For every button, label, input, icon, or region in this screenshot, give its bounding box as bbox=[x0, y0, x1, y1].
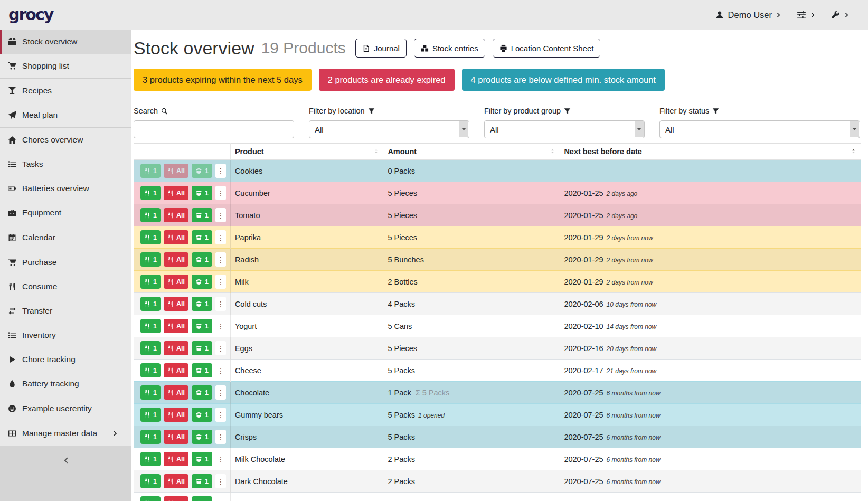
consume-all-button[interactable]: All bbox=[164, 430, 188, 444]
consume-one-button[interactable]: 1 bbox=[140, 452, 161, 466]
consume-one-button[interactable]: 1 bbox=[140, 474, 161, 488]
open-one-button[interactable]: 1 bbox=[192, 496, 212, 501]
consume-one-button[interactable]: 1 bbox=[140, 186, 161, 200]
sidebar-item-stock-overview[interactable]: Stock overview bbox=[0, 30, 131, 54]
consume-all-button[interactable]: All bbox=[164, 474, 188, 488]
amount-cell: 5 Packs1 opened bbox=[383, 404, 560, 426]
open-one-button[interactable]: 1 bbox=[192, 297, 212, 311]
sidebar-item-calendar[interactable]: Calendar bbox=[0, 225, 131, 250]
column-header-next-best-before-date[interactable]: Next best before date bbox=[560, 144, 861, 160]
status-alert-0[interactable]: 3 products expiring within the next 5 da… bbox=[134, 69, 312, 91]
sidebar-item-meal-plan[interactable]: Meal plan bbox=[0, 103, 131, 127]
row-menu-button[interactable]: ⋮ bbox=[215, 474, 226, 488]
location-content-sheet-button[interactable]: Location Content Sheet bbox=[493, 39, 601, 58]
consume-all-button[interactable]: All bbox=[164, 208, 188, 222]
open-one-button[interactable]: 1 bbox=[192, 319, 212, 333]
sidebar-item-chore-tracking[interactable]: Chore tracking bbox=[0, 347, 131, 372]
consume-one-button[interactable]: 1 bbox=[140, 230, 161, 244]
location-filter-select[interactable]: All bbox=[309, 120, 469, 138]
status-filter-select[interactable]: All bbox=[659, 120, 860, 138]
sidebar-item-label: Transfer bbox=[22, 306, 52, 316]
open-one-button[interactable]: 1 bbox=[192, 186, 212, 200]
row-menu-button[interactable]: ⋮ bbox=[215, 230, 226, 244]
consume-one-button[interactable]: 1 bbox=[140, 208, 161, 222]
row-menu-button[interactable]: ⋮ bbox=[215, 408, 226, 422]
sidebar-item-batteries-overview[interactable]: Batteries overview bbox=[0, 176, 131, 201]
sidebar-item-purchase[interactable]: Purchase bbox=[0, 250, 131, 275]
consume-all-button[interactable]: All bbox=[164, 297, 188, 311]
sidebar-item-consume[interactable]: Consume bbox=[0, 275, 131, 299]
consume-one-button[interactable]: 1 bbox=[140, 275, 161, 289]
open-one-button[interactable]: 1 bbox=[192, 252, 212, 267]
open-one-button[interactable]: 1 bbox=[192, 164, 212, 178]
open-one-button[interactable]: 1 bbox=[192, 430, 212, 444]
row-menu-button[interactable]: ⋮ bbox=[215, 363, 226, 377]
user-menu[interactable]: Demo User bbox=[715, 10, 782, 20]
status-alert-1[interactable]: 2 products are already expired bbox=[319, 69, 455, 91]
search-input[interactable] bbox=[134, 120, 294, 138]
open-one-button[interactable]: 1 bbox=[192, 408, 212, 422]
consume-one-button[interactable]: 1 bbox=[140, 297, 161, 311]
row-menu-button[interactable]: ⋮ bbox=[215, 430, 226, 444]
consume-all-button[interactable]: All bbox=[164, 363, 188, 377]
sidebar-item-chores-overview[interactable]: Chores overview bbox=[0, 128, 131, 152]
admin-menu[interactable] bbox=[831, 11, 850, 20]
consume-all-button[interactable]: All bbox=[164, 186, 188, 200]
open-one-button[interactable]: 1 bbox=[192, 230, 212, 244]
status-alert-2[interactable]: 4 products are below defined min. stock … bbox=[462, 69, 665, 91]
consume-one-button[interactable]: 1 bbox=[140, 385, 161, 400]
consume-all-button[interactable]: All bbox=[164, 452, 188, 466]
open-one-button[interactable]: 1 bbox=[192, 363, 212, 377]
row-menu-button[interactable]: ⋮ bbox=[215, 496, 226, 501]
row-menu-button[interactable]: ⋮ bbox=[215, 252, 226, 267]
consume-one-button[interactable]: 1 bbox=[140, 363, 161, 377]
row-menu-button[interactable]: ⋮ bbox=[215, 275, 226, 289]
row-menu-button[interactable]: ⋮ bbox=[215, 297, 226, 311]
sidebar-item-equipment[interactable]: Equipment bbox=[0, 201, 131, 225]
row-menu-button[interactable]: ⋮ bbox=[215, 208, 226, 222]
open-one-button[interactable]: 1 bbox=[192, 208, 212, 222]
consume-all-button[interactable]: All bbox=[164, 408, 188, 422]
row-menu-button[interactable]: ⋮ bbox=[215, 385, 226, 400]
sidebar-item-transfer[interactable]: Transfer bbox=[0, 299, 131, 323]
consume-all-button[interactable]: All bbox=[164, 319, 188, 333]
sidebar-item-recipes[interactable]: Recipes bbox=[0, 79, 131, 103]
product-group-filter-select[interactable]: All bbox=[484, 120, 645, 138]
consume-all-button[interactable]: All bbox=[164, 496, 188, 501]
row-menu-button[interactable]: ⋮ bbox=[215, 452, 226, 466]
sidebar-item-inventory[interactable]: Inventory bbox=[0, 323, 131, 347]
open-one-button[interactable]: 1 bbox=[192, 341, 212, 355]
consume-one-button[interactable]: 1 bbox=[140, 496, 161, 501]
consume-one-button[interactable]: 1 bbox=[140, 164, 161, 178]
open-one-button[interactable]: 1 bbox=[192, 275, 212, 289]
journal-button[interactable]: Journal bbox=[355, 39, 407, 58]
sidebar-item-battery-tracking[interactable]: Battery tracking bbox=[0, 372, 131, 396]
open-one-button[interactable]: 1 bbox=[192, 385, 212, 400]
sidebar-item-manage-master-data[interactable]: Manage master data bbox=[0, 421, 131, 446]
open-one-button[interactable]: 1 bbox=[192, 452, 212, 466]
row-menu-button[interactable]: ⋮ bbox=[215, 164, 226, 178]
consume-all-button[interactable]: All bbox=[164, 275, 188, 289]
consume-all-button[interactable]: All bbox=[164, 252, 188, 267]
open-one-button[interactable]: 1 bbox=[192, 474, 212, 488]
settings-menu[interactable] bbox=[797, 10, 816, 20]
consume-one-button[interactable]: 1 bbox=[140, 341, 161, 355]
consume-one-button[interactable]: 1 bbox=[140, 319, 161, 333]
consume-one-button[interactable]: 1 bbox=[140, 408, 161, 422]
column-header-amount[interactable]: Amount bbox=[383, 144, 560, 160]
stock-entries-button[interactable]: Stock entries bbox=[414, 39, 485, 58]
consume-one-button[interactable]: 1 bbox=[140, 430, 161, 444]
sidebar-item-shopping-list[interactable]: Shopping list bbox=[0, 54, 131, 78]
consume-all-button[interactable]: All bbox=[164, 230, 188, 244]
row-menu-button[interactable]: ⋮ bbox=[215, 186, 226, 200]
row-menu-button[interactable]: ⋮ bbox=[215, 319, 226, 333]
consume-one-button[interactable]: 1 bbox=[140, 252, 161, 267]
consume-all-button[interactable]: All bbox=[164, 164, 188, 178]
consume-all-button[interactable]: All bbox=[164, 341, 188, 355]
column-header-product[interactable]: Product bbox=[230, 144, 383, 160]
sidebar-item-tasks[interactable]: Tasks bbox=[0, 152, 131, 176]
sidebar-collapse-button[interactable] bbox=[0, 446, 131, 501]
consume-all-button[interactable]: All bbox=[164, 385, 188, 400]
row-menu-button[interactable]: ⋮ bbox=[215, 341, 226, 355]
sidebar-item-example-userentity[interactable]: Example userentity bbox=[0, 396, 131, 421]
